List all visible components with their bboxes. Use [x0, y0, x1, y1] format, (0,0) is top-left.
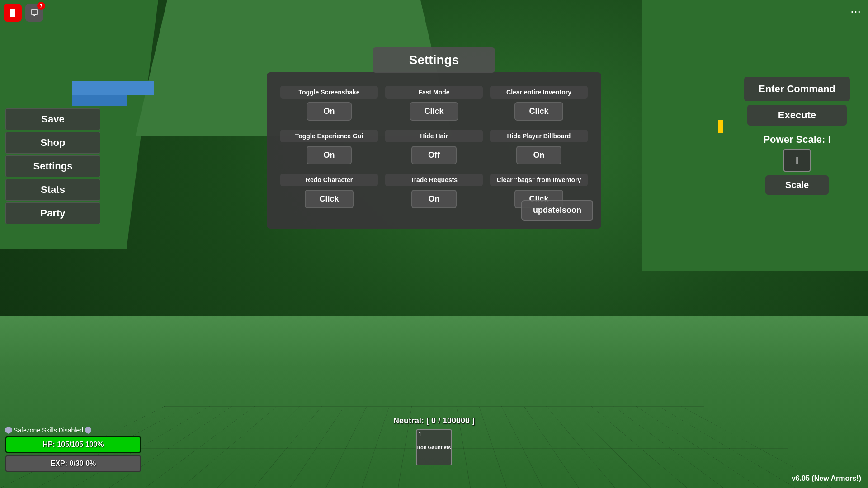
redo-character-button[interactable]: Click — [305, 190, 353, 208]
menu-dots[interactable]: ... — [851, 5, 861, 15]
clear-inventory-label: Clear entire Inventory — [490, 86, 588, 99]
setting-cell-trade-requests: Trade Requests On — [385, 174, 483, 208]
top-left-icons: 7 — [4, 4, 43, 22]
hide-hair-button[interactable]: Off — [411, 146, 457, 164]
safezone-text: Safezone Skills Disabled — [5, 427, 141, 434]
enter-command-button[interactable]: Enter Command — [744, 77, 850, 101]
clear-bags-inventory-label: Clear "bags" from Inventory — [490, 174, 588, 186]
toggle-exp-gui-label: Toggle Experience Gui — [280, 130, 378, 142]
trade-requests-button[interactable]: On — [411, 190, 457, 208]
power-scale-label: Power Scale: I — [763, 134, 830, 145]
hide-player-billboard-label: Hide Player Billboard — [490, 130, 588, 142]
settings-title-container: Settings — [373, 47, 495, 73]
menu-item-save[interactable]: Save — [5, 108, 100, 130]
execute-button[interactable]: Execute — [747, 105, 847, 126]
setting-cell-clear-inventory: Clear entire Inventory Click — [490, 86, 588, 121]
neutral-text: Neutral: [ 0 / 100000 ] — [393, 416, 475, 426]
hp-bar-wrapper: HP: 105/105 100% — [5, 436, 141, 453]
clear-inventory-button[interactable]: Click — [514, 102, 563, 121]
power-scale-input[interactable]: I — [783, 149, 811, 172]
redo-character-label: Redo Character — [280, 174, 378, 186]
yellow-indicator — [718, 120, 723, 133]
left-menu: Save Shop Settings Stats Party — [5, 108, 100, 224]
setting-cell-toggle-exp-gui: Toggle Experience Gui On — [280, 130, 378, 164]
setting-cell-fast-mode: Fast Mode Click — [385, 86, 483, 121]
update-soon-button[interactable]: updateIsoon — [521, 200, 593, 221]
hide-hair-label: Hide Hair — [385, 130, 483, 142]
fast-mode-button[interactable]: Click — [410, 102, 458, 121]
toggle-screenshake-label: Toggle Screenshake — [280, 86, 378, 99]
menu-item-party[interactable]: Party — [5, 202, 100, 224]
bg-blue-block-1 — [72, 81, 154, 95]
fast-mode-label: Fast Mode — [385, 86, 483, 99]
scale-button[interactable]: Scale — [765, 175, 829, 195]
version-text: v6.05 (New Armors!) — [792, 474, 861, 483]
setting-cell-hide-hair: Hide Hair Off — [385, 130, 483, 164]
notification-icon[interactable]: 7 — [25, 4, 43, 22]
exp-bar-wrapper: EXP: 0/30 0% — [5, 455, 141, 472]
right-panel: Enter Command Execute Power Scale: I I S… — [744, 77, 850, 195]
roblox-icon[interactable] — [4, 4, 22, 22]
settings-grid: Toggle Screenshake On Fast Mode Click Cl… — [280, 86, 588, 208]
hide-player-billboard-button[interactable]: On — [516, 146, 561, 164]
toggle-screenshake-button[interactable]: On — [307, 102, 352, 121]
hp-bar-label: HP: 105/105 100% — [5, 436, 141, 453]
menu-item-shop[interactable]: Shop — [5, 132, 100, 154]
settings-title: Settings — [373, 47, 495, 73]
svg-rect-0 — [10, 9, 15, 17]
menu-item-stats[interactable]: Stats — [5, 179, 100, 201]
bottom-center-ui: Neutral: [ 0 / 100000 ] 1 Iron Gauntlets — [393, 416, 475, 465]
exp-bar-label: EXP: 0/30 0% — [5, 455, 141, 472]
item-slot-name: Iron Gauntlets — [417, 445, 451, 450]
setting-cell-toggle-screenshake: Toggle Screenshake On — [280, 86, 378, 121]
shield-icon-right — [85, 427, 91, 434]
settings-panel: Toggle Screenshake On Fast Mode Click Cl… — [267, 72, 601, 229]
toggle-exp-gui-button[interactable]: On — [307, 146, 352, 164]
notification-badge: 7 — [37, 2, 45, 10]
setting-cell-redo-character: Redo Character Click — [280, 174, 378, 208]
trade-requests-label: Trade Requests — [385, 174, 483, 186]
bottom-left-ui: Safezone Skills Disabled HP: 105/105 100… — [5, 427, 141, 474]
menu-item-settings[interactable]: Settings — [5, 155, 100, 177]
item-slot[interactable]: 1 Iron Gauntlets — [416, 429, 452, 465]
shield-icon-left — [5, 427, 12, 434]
bg-blue-block-2 — [72, 95, 127, 106]
setting-cell-hide-player-billboard: Hide Player Billboard On — [490, 130, 588, 164]
item-slot-number: 1 — [419, 431, 422, 437]
